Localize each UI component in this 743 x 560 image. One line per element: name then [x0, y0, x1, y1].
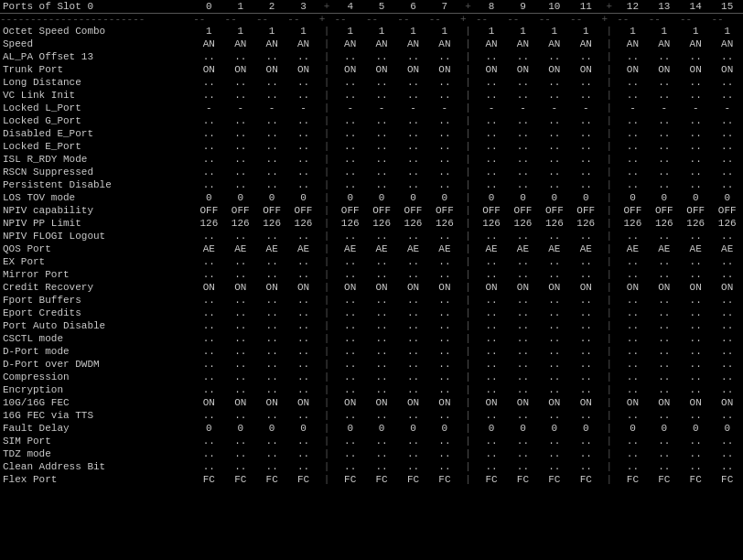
row-cell: OFF [570, 204, 601, 217]
row-cell: | [319, 345, 335, 358]
row-cell: | [319, 242, 335, 255]
row-cell: .. [397, 166, 428, 178]
row-cell: | [319, 396, 335, 409]
row-cell: .. [711, 140, 743, 153]
table-row: Locked L_Port----|----|----|---- [0, 102, 743, 114]
row-cell: - [193, 102, 224, 114]
row-cell: .. [256, 307, 287, 319]
row-cell: ON [476, 396, 507, 409]
row-cell: .. [225, 332, 256, 345]
row-cell: .. [225, 319, 256, 332]
row-cell: 0 [507, 191, 538, 204]
row-cell: 0 [539, 422, 570, 435]
row-label: Locked L_Port [0, 102, 193, 114]
row-cell: .. [649, 409, 680, 422]
row-cell: 126 [649, 217, 680, 230]
col-5: 5 [366, 0, 397, 14]
row-cell: .. [397, 358, 428, 371]
row-cell: .. [429, 345, 460, 358]
row-cell: .. [476, 76, 507, 89]
row-cell: .. [256, 409, 287, 422]
row-cell: .. [287, 153, 318, 166]
row-cell: .. [617, 255, 648, 268]
row-cell: .. [507, 409, 538, 422]
row-cell: | [601, 191, 617, 204]
row-cell: .. [711, 358, 743, 371]
row-label: NPIV PP Limit [0, 217, 193, 230]
row-cell: .. [287, 435, 318, 447]
col-0: 0 [193, 0, 224, 14]
row-cell: OFF [256, 204, 287, 217]
row-cell: .. [476, 294, 507, 307]
row-cell: .. [335, 255, 366, 268]
row-cell: .. [680, 178, 711, 191]
row-cell: - [287, 102, 318, 114]
row-cell: .. [287, 319, 318, 332]
row-cell: OFF [287, 204, 318, 217]
row-cell: AE [225, 242, 256, 255]
row-cell: .. [397, 383, 428, 396]
row-cell: .. [429, 114, 460, 127]
row-cell: .. [680, 268, 711, 281]
row-cell: .. [256, 166, 287, 178]
row-cell: .. [335, 358, 366, 371]
table-row: Locked G_Port........|........|........|… [0, 114, 743, 127]
row-cell: ON [680, 281, 711, 294]
row-cell: .. [193, 178, 224, 191]
row-cell: .. [335, 114, 366, 127]
row-cell: .. [680, 460, 711, 473]
row-cell: | [319, 178, 335, 191]
row-cell: .. [429, 460, 460, 473]
row-cell: .. [287, 447, 318, 460]
row-cell: .. [570, 153, 601, 166]
row-cell: | [601, 38, 617, 50]
row-cell: ON [570, 63, 601, 76]
row-cell: | [601, 435, 617, 447]
row-cell: 126 [256, 217, 287, 230]
row-cell: .. [193, 268, 224, 281]
row-cell: .. [539, 166, 570, 178]
row-cell: .. [476, 332, 507, 345]
table-row: SpeedANANANAN|ANANANAN|ANANANAN|ANANANAN [0, 38, 743, 50]
row-cell: | [460, 204, 476, 217]
row-cell: | [460, 268, 476, 281]
row-cell: | [460, 63, 476, 76]
row-cell: .. [287, 307, 318, 319]
row-cell: ON [366, 396, 397, 409]
row-cell: .. [366, 230, 397, 242]
row-cell: .. [193, 332, 224, 345]
row-cell: .. [649, 319, 680, 332]
row-cell: AN [539, 38, 570, 50]
row-cell: .. [287, 255, 318, 268]
row-cell: | [601, 396, 617, 409]
row-cell: AE [335, 242, 366, 255]
row-cell: ON [711, 63, 743, 76]
row-cell: .. [711, 409, 743, 422]
table-row: D-Port mode........|........|........|..… [0, 345, 743, 358]
row-cell: OFF [617, 204, 648, 217]
row-cell: 126 [193, 217, 224, 230]
row-cell: ON [429, 281, 460, 294]
row-cell: .. [476, 230, 507, 242]
row-cell: OFF [366, 204, 397, 217]
row-cell: .. [570, 332, 601, 345]
row-cell: .. [711, 230, 743, 242]
row-label: Locked E_Port [0, 140, 193, 153]
row-cell: .. [680, 89, 711, 102]
row-cell: .. [256, 50, 287, 63]
row-cell: | [319, 473, 335, 486]
row-label: D-Port over DWDM [0, 358, 193, 371]
row-cell: .. [397, 50, 428, 63]
row-cell: 0 [287, 422, 318, 435]
row-cell: .. [711, 76, 743, 89]
row-cell: ON [649, 396, 680, 409]
row-cell: | [601, 460, 617, 473]
row-cell: .. [397, 371, 428, 383]
row-cell: .. [287, 114, 318, 127]
row-cell: AE [680, 242, 711, 255]
row-cell: - [617, 102, 648, 114]
row-cell: | [601, 230, 617, 242]
row-cell: .. [617, 435, 648, 447]
row-cell: 0 [476, 422, 507, 435]
row-cell: .. [570, 383, 601, 396]
